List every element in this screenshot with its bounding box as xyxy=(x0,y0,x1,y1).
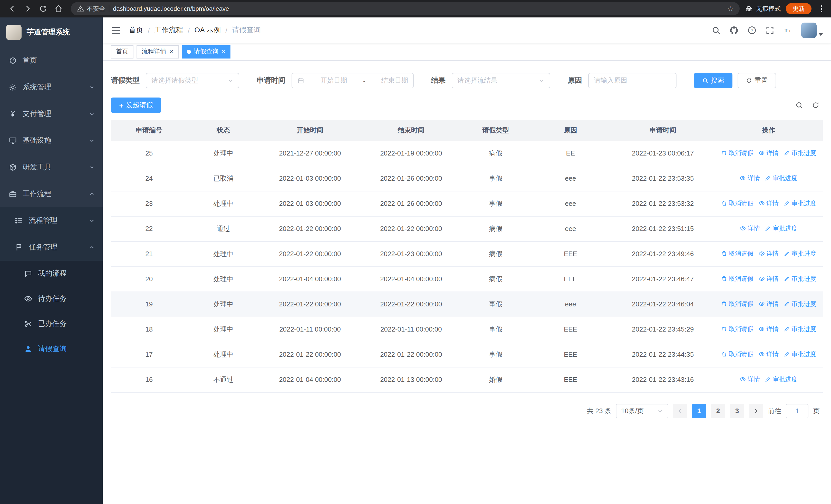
row-action-cancel[interactable]: 取消请假 xyxy=(721,300,753,308)
tab-home[interactable]: 首页 xyxy=(111,45,134,58)
row-action-progress[interactable]: 审批进度 xyxy=(765,174,797,183)
row-action-detail[interactable]: 详情 xyxy=(758,149,779,157)
page-button-3[interactable]: 3 xyxy=(730,404,744,418)
row-action-detail[interactable]: 详情 xyxy=(758,274,779,283)
table-row[interactable]: 17 处理中 2022-01-22 00:00:00 2022-01-22 00… xyxy=(111,342,823,367)
reload-button[interactable] xyxy=(36,2,50,16)
chevron-down-icon xyxy=(89,138,94,143)
home-button[interactable] xyxy=(51,2,66,16)
sidebar-item-process-mgmt[interactable]: 流程管理 xyxy=(0,207,103,234)
table-row[interactable]: 22 通过 2022-01-22 00:00:00 2022-01-22 00:… xyxy=(111,216,823,241)
page-button-2[interactable]: 2 xyxy=(711,404,725,418)
sidebar-item-leave-query[interactable]: 请假查询 xyxy=(0,336,103,361)
sidebar-item-task-mgmt[interactable]: 任务管理 xyxy=(0,234,103,261)
row-action-progress[interactable]: 审批进度 xyxy=(784,149,816,157)
row-action-progress[interactable]: 审批进度 xyxy=(784,199,816,208)
app-logo-row[interactable]: 芋道管理系统 xyxy=(0,18,103,47)
row-action-progress[interactable]: 审批进度 xyxy=(784,249,816,258)
refresh-table-icon[interactable] xyxy=(811,101,820,109)
row-action-detail[interactable]: 详情 xyxy=(740,174,760,183)
page-goto-input[interactable] xyxy=(786,404,808,418)
header-search-icon[interactable] xyxy=(711,26,721,35)
table-row[interactable]: 21 处理中 2022-01-22 00:00:00 2022-01-23 00… xyxy=(111,241,823,266)
leave-type-select[interactable]: 请选择请假类型 xyxy=(146,73,239,88)
result-select[interactable]: 请选择流结果 xyxy=(452,73,550,88)
warning-triangle-icon xyxy=(77,5,84,12)
next-page-button[interactable] xyxy=(749,404,763,418)
table-row[interactable]: 18 处理中 2022-01-11 00:00:00 2022-01-11 00… xyxy=(111,317,823,342)
search-button[interactable]: 搜索 xyxy=(694,73,733,88)
reason-input[interactable]: 请输入原因 xyxy=(588,73,677,88)
breadcrumb-item[interactable]: 工作流程 xyxy=(154,26,183,35)
apply-time-label: 申请时间 xyxy=(257,76,285,85)
detail-eye-icon xyxy=(758,351,765,357)
sidebar-item-workflow[interactable]: 工作流程 xyxy=(0,181,103,207)
cell-apply-id: 16 xyxy=(111,367,188,392)
tab-process-detail[interactable]: 流程详情× xyxy=(137,45,178,58)
row-action-cancel[interactable]: 取消请假 xyxy=(721,199,753,208)
security-indicator[interactable]: 不安全 xyxy=(77,4,105,13)
row-action-cancel[interactable]: 取消请假 xyxy=(721,325,753,334)
breadcrumb-item[interactable]: 首页 xyxy=(129,26,143,35)
row-action-cancel[interactable]: 取消请假 xyxy=(721,149,753,157)
row-action-detail[interactable]: 详情 xyxy=(758,249,779,258)
table-row[interactable]: 20 处理中 2022-01-04 00:00:00 2022-01-04 00… xyxy=(111,266,823,292)
row-action-detail[interactable]: 详情 xyxy=(740,224,760,233)
row-action-progress[interactable]: 审批进度 xyxy=(784,274,816,283)
page-button-1[interactable]: 1 xyxy=(692,404,706,418)
row-action-cancel[interactable]: 取消请假 xyxy=(721,350,753,359)
table-row[interactable]: 24 已取消 2022-01-03 00:00:00 2022-01-26 00… xyxy=(111,166,823,191)
table-row[interactable]: 16 不通过 2022-01-04 00:00:00 2022-01-13 00… xyxy=(111,367,823,392)
bookmark-star-icon[interactable]: ☆ xyxy=(727,5,734,13)
row-action-detail[interactable]: 详情 xyxy=(758,325,779,334)
toggle-search-icon[interactable] xyxy=(795,101,803,109)
row-action-cancel[interactable]: 取消请假 xyxy=(721,249,753,258)
sidebar-item-done-tasks[interactable]: 已办任务 xyxy=(0,311,103,336)
close-icon[interactable]: × xyxy=(222,48,225,55)
sidebar-item-label: 请假查询 xyxy=(38,344,67,353)
page-size-select[interactable]: 10条/页 xyxy=(616,404,668,418)
address-bar[interactable]: 不安全 dashboard.yudao.iocoder.cn/bpm/oa/le… xyxy=(71,2,740,16)
forward-button[interactable] xyxy=(21,2,35,16)
row-action-progress[interactable]: 审批进度 xyxy=(765,375,797,384)
tab-leave-query[interactable]: 请假查询× xyxy=(181,45,230,58)
fullscreen-icon[interactable] xyxy=(765,26,775,35)
chat-bubble-icon xyxy=(24,269,33,277)
prev-page-button[interactable] xyxy=(673,404,687,418)
table-row[interactable]: 25 处理中 2021-12-27 00:00:00 2022-01-19 00… xyxy=(111,141,823,166)
reset-button[interactable]: 重置 xyxy=(738,73,776,88)
cell-actions: 详情审批进度 xyxy=(715,216,823,241)
back-button[interactable] xyxy=(5,2,20,16)
sidebar-item-my-process[interactable]: 我的流程 xyxy=(0,261,103,286)
row-action-detail[interactable]: 详情 xyxy=(758,350,779,359)
sidebar-item-devtools[interactable]: 研发工具 xyxy=(0,154,103,181)
table-row[interactable]: 19 处理中 2022-01-22 00:00:00 2022-01-22 00… xyxy=(111,292,823,317)
github-icon[interactable] xyxy=(729,26,739,35)
date-range-picker[interactable]: 开始日期 - 结束日期 xyxy=(291,73,414,88)
table-row[interactable]: 23 处理中 2022-01-03 00:00:00 2022-01-26 00… xyxy=(111,191,823,216)
row-action-detail[interactable]: 详情 xyxy=(758,199,779,208)
avatar[interactable] xyxy=(801,23,816,38)
row-action-detail[interactable]: 详情 xyxy=(758,300,779,308)
row-action-progress[interactable]: 审批进度 xyxy=(784,300,816,308)
user-menu[interactable] xyxy=(801,23,823,38)
sidebar-item-payment[interactable]: 支付管理 xyxy=(0,100,103,127)
row-action-detail[interactable]: 详情 xyxy=(740,375,760,384)
sidebar-item-infra[interactable]: 基础设施 xyxy=(0,127,103,154)
breadcrumb-item[interactable]: OA 示例 xyxy=(195,26,221,35)
sidebar-item-system[interactable]: 系统管理 xyxy=(0,74,103,100)
row-action-progress[interactable]: 审批进度 xyxy=(784,325,816,334)
browser-menu-icon[interactable] xyxy=(816,5,826,12)
hamburger-icon[interactable] xyxy=(111,25,121,35)
row-action-progress[interactable]: 审批进度 xyxy=(784,350,816,359)
create-leave-button[interactable]: + 发起请假 xyxy=(111,97,161,113)
flag-icon xyxy=(15,243,24,251)
row-action-cancel[interactable]: 取消请假 xyxy=(721,274,753,283)
font-size-icon[interactable]: TT xyxy=(783,26,793,35)
close-icon[interactable]: × xyxy=(169,48,173,55)
sidebar-item-home[interactable]: 首页 xyxy=(0,47,103,74)
sidebar-item-todo-tasks[interactable]: 待办任务 xyxy=(0,286,103,311)
row-action-progress[interactable]: 审批进度 xyxy=(765,224,797,233)
chrome-update-button[interactable]: 更新 xyxy=(786,3,811,14)
help-icon[interactable]: ? xyxy=(747,26,756,35)
